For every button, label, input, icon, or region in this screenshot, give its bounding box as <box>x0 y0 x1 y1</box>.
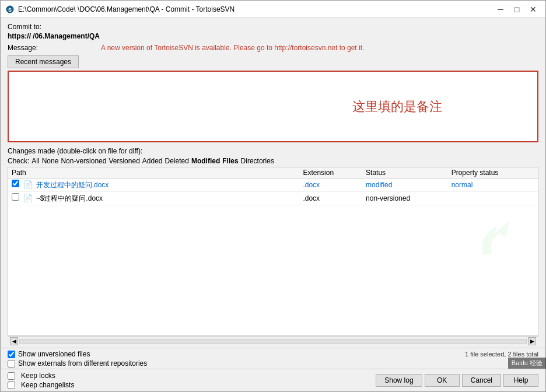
recent-messages-button[interactable]: Recent messages <box>8 55 79 68</box>
show-externals-checkbox[interactable] <box>8 360 15 368</box>
check-all[interactable]: All <box>32 157 39 165</box>
close-button[interactable]: ✕ <box>526 3 541 16</box>
notice-area: A new version of TortoiseSVN is availabl… <box>101 44 538 52</box>
footer-left: Keep locks Keep changelists <box>8 372 372 389</box>
content-area: Commit to: https:// /06.Management/QA Me… <box>1 18 545 348</box>
message-panel: 这里填的是备注 <box>8 71 538 142</box>
keep-changelists-checkbox[interactable] <box>8 382 15 389</box>
title-bar: S E:\Common\Code\ \DOC\06.Management\QA … <box>1 1 545 18</box>
check-directories[interactable]: Directories <box>241 157 274 165</box>
bottom-options-bar: Show unversioned files 1 file selected, … <box>1 348 545 369</box>
horizontal-scrollbar[interactable]: ◀ ▶ <box>8 336 538 345</box>
svg-text:S: S <box>8 7 12 13</box>
changes-section: Changes made (double-click on file for d… <box>8 147 538 345</box>
scroll-right-arrow[interactable]: ▶ <box>528 337 536 345</box>
message-hint: 这里填的是备注 <box>257 72 537 141</box>
file-icon-2: 📄 <box>23 194 33 202</box>
keep-changelists-row: Keep changelists <box>8 381 372 389</box>
message-row: Message: Recent messages A new version o… <box>8 44 538 68</box>
check-modified[interactable]: Modified <box>191 157 220 165</box>
window-title: E:\Common\Code\ \DOC\06.Management\QA - … <box>18 5 493 13</box>
check-label: Check: <box>8 157 29 165</box>
file-ext-1: .docx <box>299 178 362 192</box>
file-path-cell: 📄 ~$过程中的疑问.docx <box>8 192 299 205</box>
footer-right: Show log OK Cancel Help <box>376 374 538 387</box>
watermark <box>474 217 520 265</box>
scroll-left-arrow[interactable]: ◀ <box>10 337 18 345</box>
message-textarea[interactable] <box>9 72 257 141</box>
window-controls: ─ □ ✕ <box>493 3 541 16</box>
file-propstatus-2 <box>448 192 538 205</box>
main-window: S E:\Common\Code\ \DOC\06.Management\QA … <box>0 0 546 392</box>
show-unversioned-label: Show unversioned files <box>18 350 90 358</box>
check-files[interactable]: Files <box>222 157 238 165</box>
check-bar: Check: All None Non-versioned Versioned … <box>8 157 538 165</box>
file-path-cell: 📄 开发过程中的疑问.docx <box>8 178 299 192</box>
file-name-2: ~$过程中的疑问.docx <box>36 194 103 202</box>
file-status-2: non-versioned <box>362 192 448 205</box>
minimize-button[interactable]: ─ <box>493 3 508 16</box>
scroll-track[interactable] <box>19 339 527 344</box>
table-header: Path Extension Status Property status <box>8 167 538 178</box>
file-icon-1: 📄 <box>23 180 33 189</box>
keep-locks-label: Keep locks <box>21 372 55 380</box>
commit-to-row: Commit to: <box>8 23 538 31</box>
app-icon: S <box>5 5 15 14</box>
check-nonversioned[interactable]: Non-versioned <box>61 157 106 165</box>
message-label: Message: <box>8 44 38 52</box>
file-status-1: modified <box>362 178 448 192</box>
file-checkbox-2[interactable] <box>12 193 19 201</box>
changes-label: Changes made (double-click on file for d… <box>8 147 538 155</box>
cancel-button[interactable]: Cancel <box>462 374 501 387</box>
show-unversioned-row: Show unversioned files 1 file selected, … <box>8 350 538 358</box>
col-property-status: Property status <box>448 167 538 178</box>
file-name-1[interactable]: 开发过程中的疑问.docx <box>36 181 109 189</box>
show-log-button[interactable]: Show log <box>376 374 422 387</box>
message-left: Message: Recent messages <box>8 44 95 68</box>
commit-url-row: https:// /06.Management/QA <box>8 32 538 40</box>
ok-button[interactable]: OK <box>425 374 460 387</box>
col-status: Status <box>362 167 448 178</box>
maximize-button[interactable]: □ <box>509 3 524 16</box>
check-none[interactable]: None <box>42 157 59 165</box>
file-ext-2: .docx <box>299 192 362 205</box>
file-checkbox-1[interactable] <box>12 180 19 187</box>
footer-buttons: Keep locks Keep changelists Show log OK … <box>1 369 545 391</box>
keep-locks-row: Keep locks <box>8 372 372 380</box>
table-row[interactable]: 📄 开发过程中的疑问.docx .docx modified normal <box>8 178 538 192</box>
keep-changelists-label: Keep changelists <box>21 381 74 389</box>
files-count: 1 file selected, 2 files total <box>465 351 538 358</box>
check-added[interactable]: Added <box>142 157 163 165</box>
col-path: Path <box>8 167 299 178</box>
files-table: Path Extension Status Property status 📄 … <box>8 167 538 205</box>
commit-url: https:// /06.Management/QA <box>8 32 100 40</box>
check-deleted[interactable]: Deleted <box>165 157 189 165</box>
files-table-wrapper[interactable]: Path Extension Status Property status 📄 … <box>8 167 538 336</box>
check-versioned[interactable]: Versioned <box>108 157 139 165</box>
file-propstatus-1: normal <box>448 178 538 192</box>
help-button[interactable]: Help <box>503 374 538 387</box>
show-externals-row: Show externals from different repositori… <box>8 359 538 368</box>
commit-to-label: Commit to: <box>8 23 54 31</box>
table-row[interactable]: 📄 ~$过程中的疑问.docx .docx non-versioned <box>8 192 538 205</box>
col-extension: Extension <box>299 167 362 178</box>
show-unversioned-checkbox[interactable] <box>8 351 15 358</box>
message-textarea-area[interactable] <box>9 72 257 141</box>
update-notice: A new version of TortoiseSVN is availabl… <box>101 43 364 53</box>
keep-locks-checkbox[interactable] <box>8 372 15 380</box>
show-externals-label: Show externals from different repositori… <box>18 359 147 368</box>
